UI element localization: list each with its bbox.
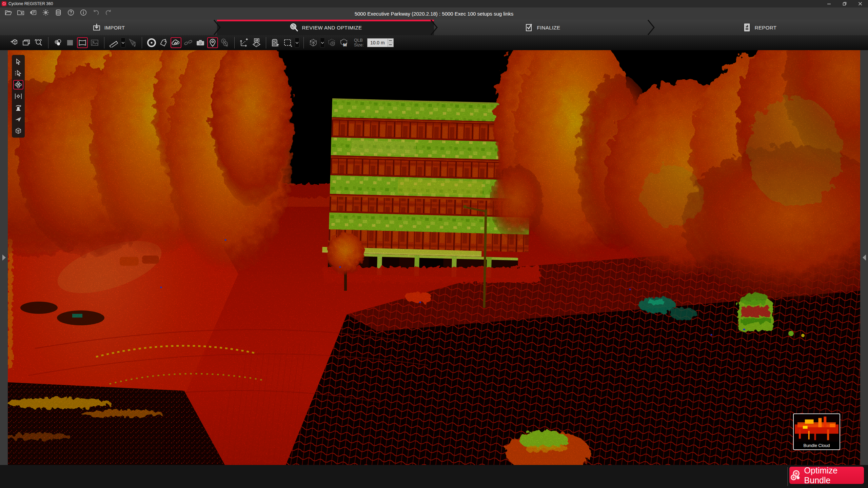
- flat-view-button[interactable]: [65, 37, 76, 48]
- toolbar-separator: [303, 37, 304, 48]
- menu-bar: 5000 Executive Parkway (2020.2.18) : 500…: [0, 7, 868, 20]
- select-tool[interactable]: [13, 57, 23, 66]
- toolbar-separator: [104, 37, 104, 48]
- measure-button[interactable]: [108, 37, 119, 48]
- bottom-bar: Optimize Bundle: [0, 465, 868, 488]
- show-labels-button[interactable]: [158, 37, 169, 48]
- optimize-bundle-icon: [789, 469, 801, 482]
- expand-left-panel-arrow[interactable]: [2, 255, 6, 261]
- report-icon: [743, 23, 751, 32]
- toolbar-separator: [234, 37, 235, 48]
- tab-report[interactable]: REPORT: [651, 20, 868, 35]
- qlb-size-decrement[interactable]: [388, 43, 394, 47]
- tab-report-label: REPORT: [755, 25, 777, 30]
- fly-tool[interactable]: [13, 115, 23, 124]
- orbit-tool[interactable]: [13, 80, 23, 89]
- restore-button[interactable]: [837, 0, 852, 7]
- fence-select-button[interactable]: [282, 37, 293, 48]
- qlb-size-increment[interactable]: [388, 38, 394, 43]
- unify-clouds-button[interactable]: [9, 37, 20, 48]
- multi-select-tool[interactable]: [13, 68, 23, 78]
- image-view-button[interactable]: [89, 37, 100, 48]
- panorama-view-button[interactable]: [77, 37, 88, 48]
- right-panel-collapsed-strip: [860, 50, 868, 465]
- main-toolbar: M QLB Size:: [0, 35, 868, 50]
- qlb-size-label: QLB Size:: [354, 38, 364, 47]
- pan-tool[interactable]: [13, 92, 23, 101]
- tab-review-and-optimize[interactable]: REVIEW AND OPTIMIZE: [217, 20, 434, 35]
- viewport: Bundle Cloud: [0, 50, 868, 465]
- expand-right-panel-arrow[interactable]: [863, 255, 866, 261]
- left-panel-collapsed-strip: [0, 50, 8, 465]
- show-clouds-button[interactable]: [171, 37, 181, 48]
- toolbar-separator: [48, 37, 48, 48]
- limit-box-button[interactable]: [308, 37, 319, 48]
- minimize-button[interactable]: [821, 0, 837, 7]
- optimize-bundle-button[interactable]: Optimize Bundle: [789, 467, 864, 484]
- bottom-bar-separator: [787, 467, 788, 486]
- measure-dropdown-caret[interactable]: [121, 38, 125, 48]
- window-title: Cyclone REGISTER 360: [8, 1, 53, 6]
- cyclone-register-360-window: { "window": { "app_title": "Cyclone REGI…: [0, 0, 868, 488]
- import-icon: [92, 23, 101, 32]
- qlb-size-input[interactable]: [367, 38, 388, 47]
- fence-dropdown-caret[interactable]: [295, 38, 299, 48]
- bundle-cloud-thumbnail[interactable]: [795, 415, 839, 442]
- review-optimize-icon: [289, 23, 299, 32]
- zoom-region-button[interactable]: [33, 37, 44, 48]
- apply-control-button[interactable]: [239, 37, 250, 48]
- tab-finalize-label: FINALIZE: [537, 25, 560, 30]
- close-button[interactable]: [852, 0, 868, 7]
- limit-box-dropdown-caret[interactable]: [320, 38, 325, 48]
- qlb-map-button[interactable]: [251, 37, 262, 48]
- limit-box-manager-button[interactable]: M: [338, 37, 349, 48]
- pick-point-button[interactable]: [127, 37, 138, 48]
- tab-import-label: IMPORT: [104, 25, 125, 30]
- create-link-button[interactable]: [183, 37, 194, 48]
- project-title: 5000 Executive Parkway (2020.2.18) : 500…: [0, 7, 868, 20]
- view-cube-tool[interactable]: [13, 126, 23, 136]
- toolbar-separator: [142, 37, 142, 48]
- bundle-cloud-panel[interactable]: Bundle Cloud: [793, 413, 840, 450]
- show-setup-pins-button[interactable]: [207, 37, 218, 48]
- show-targets-button[interactable]: [146, 37, 157, 48]
- scene-graphics: [8, 50, 860, 465]
- setup-filter-button[interactable]: [270, 37, 281, 48]
- navigation-tool-palette: [12, 55, 25, 138]
- point-cloud-scene[interactable]: [8, 50, 860, 465]
- optimize-bundle-label: Optimize Bundle: [804, 466, 864, 485]
- cube-history-button[interactable]: [326, 37, 337, 48]
- show-images-button[interactable]: [195, 37, 206, 48]
- tab-finalize[interactable]: FINALIZE: [434, 20, 651, 35]
- color-mode-button[interactable]: [53, 37, 63, 48]
- os-titlebar: Cyclone REGISTER 360: [0, 0, 868, 7]
- bundle-filter-button[interactable]: [219, 37, 230, 48]
- svg-text:M: M: [343, 42, 347, 47]
- finalize-icon: [525, 23, 533, 32]
- tab-review-label: REVIEW AND OPTIMIZE: [302, 25, 362, 30]
- look-around-tool[interactable]: [13, 103, 23, 113]
- workflow-tabs: IMPORT REVIEW AND OPTIMIZE FINALIZE REPO…: [0, 20, 868, 35]
- bundle-cloud-label: Bundle Cloud: [794, 442, 840, 449]
- duplicate-view-button[interactable]: [21, 37, 32, 48]
- app-logo-icon: [2, 1, 6, 6]
- tab-import[interactable]: IMPORT: [0, 20, 217, 35]
- toolbar-separator: [266, 37, 266, 48]
